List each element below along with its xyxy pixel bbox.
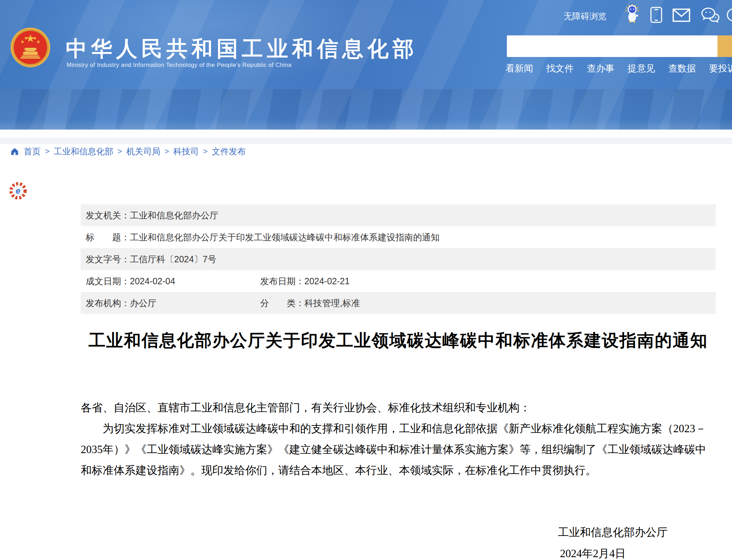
main-nav: e 工业和信息化部 新闻动态 政务公开 政务服务 公众参与 工信数据 专题 (0, 89, 732, 130)
quick-link-files[interactable]: 找文件 (546, 62, 574, 75)
meta-label: 发布机构： (86, 298, 130, 308)
robot-assistant-icon[interactable] (624, 4, 640, 23)
meta-label: 成文日期： (86, 276, 130, 286)
quick-link-data[interactable]: 查数据 (668, 62, 696, 75)
meta-value: 工业和信息化部办公厅 (130, 210, 218, 220)
quick-links: 看新闻 找文件 查办事 提意见 查数据 要投诉 (505, 62, 732, 75)
signature-date: 2024年2月4日 (560, 546, 626, 560)
search-input[interactable] (507, 35, 717, 57)
meta-row-publisher: 发布机构：办公厅 分 类：科技管理,标准 (81, 292, 716, 314)
quick-link-feedback[interactable]: 提意见 (628, 62, 655, 75)
meta-value: 工信厅科〔2024〕7号 (130, 254, 217, 264)
content-top-band (0, 138, 732, 144)
site-header: 中华人民共和国工业和信息化部 Ministry of Industry and … (0, 0, 732, 130)
national-emblem-icon (11, 28, 50, 67)
meta-row-doc-number: 发文字号：工信厅科〔2024〕7号 (81, 248, 716, 270)
breadcrumb-separator: > (165, 147, 169, 156)
breadcrumb-miit[interactable]: 工业和信息化部 (54, 146, 113, 157)
miit-gear-logo-icon: e (9, 182, 27, 200)
breadcrumb-docs[interactable]: 文件发布 (212, 146, 246, 157)
nav-item-miit[interactable]: 工业和信息化部 (67, 184, 149, 200)
meta-value: 办公厅 (130, 298, 156, 308)
home-icon[interactable] (10, 147, 19, 156)
clipped-circle-icon[interactable] (726, 8, 732, 22)
meta-row-issuing-agency: 发文机关：工业和信息化部办公厅 (81, 204, 716, 226)
nav-item-data[interactable]: 工信数据 (621, 184, 668, 200)
svg-text:e: e (16, 186, 21, 195)
breadcrumb-separator: > (45, 147, 50, 156)
signature-agency: 工业和信息化部办公厅 (558, 525, 668, 540)
quick-link-complaint[interactable]: 要投诉 (709, 62, 732, 75)
wechat-icon[interactable] (701, 7, 720, 23)
ministry-subtitle-en: Ministry of Industry and Information Tec… (67, 62, 292, 69)
nav-item-gov-svc[interactable]: 政务服务 (412, 184, 459, 200)
breadcrumb-home[interactable]: 首页 (24, 146, 41, 157)
quick-link-services[interactable]: 查办事 (587, 62, 614, 75)
meta-row-title: 标 题：工业和信息化部办公厅关于印发工业领域碳达峰碳中和标准体系建设指南的通知 (81, 226, 716, 248)
mobile-icon[interactable] (650, 6, 663, 23)
nav-item-gov-open[interactable]: 政务公开 (309, 184, 356, 200)
breadcrumb-depts[interactable]: 机关司局 (126, 146, 160, 157)
meta-label: 分 类： (260, 298, 304, 308)
meta-label: 发布日期： (260, 276, 304, 286)
breadcrumb-separator: > (203, 147, 208, 156)
mail-icon[interactable] (673, 8, 690, 22)
nav-item-topics[interactable]: 专题 (721, 184, 732, 200)
ministry-title[interactable]: 中华人民共和国工业和信息化部 (66, 35, 418, 63)
meta-value: 2024-02-04 (130, 276, 175, 286)
meta-value: 2024-02-21 (304, 276, 350, 286)
document-title: 工业和信息化部办公厅关于印发工业领域碳达峰碳中和标准体系建设指南的通知 (81, 329, 716, 352)
breadcrumb: 首页 > 工业和信息化部 > 机关司局 > 科技司 > 文件发布 (10, 146, 246, 157)
breadcrumb-separator: > (118, 147, 122, 156)
page: 中华人民共和国工业和信息化部 Ministry of Industry and … (0, 0, 732, 560)
accessibility-link[interactable]: 无障碍浏览 (564, 11, 606, 22)
document-body: 各省、自治区、直辖市工业和信息化主管部门，有关行业协会、标准化技术组织和专业机构… (81, 397, 716, 481)
nav-item-news[interactable]: 新闻动态 (207, 184, 253, 200)
meta-row-dates: 成文日期：2024-02-04 发布日期：2024-02-21 (81, 270, 716, 292)
search-button[interactable] (717, 35, 732, 57)
meta-label: 发文字号： (86, 254, 130, 264)
meta-value: 科技管理,标准 (304, 298, 360, 308)
nav-item-public[interactable]: 公众参与 (516, 184, 562, 200)
document-meta-table: 发文机关：工业和信息化部办公厅 标 题：工业和信息化部办公厅关于印发工业领域碳达… (81, 204, 716, 314)
paragraph-main: 为切实发挥标准对工业领域碳达峰碳中和的支撑和引领作用，工业和信息化部依据《新产业… (81, 418, 716, 481)
meta-value: 工业和信息化部办公厅关于印发工业领域碳达峰碳中和标准体系建设指南的通知 (130, 232, 440, 242)
paragraph-salutation: 各省、自治区、直辖市工业和信息化主管部门，有关行业协会、标准化技术组织和专业机构… (81, 397, 716, 418)
meta-label: 标 题： (86, 232, 130, 242)
quick-link-news[interactable]: 看新闻 (505, 62, 533, 75)
meta-label: 发文机关： (86, 210, 130, 220)
breadcrumb-tech[interactable]: 科技司 (173, 146, 199, 157)
